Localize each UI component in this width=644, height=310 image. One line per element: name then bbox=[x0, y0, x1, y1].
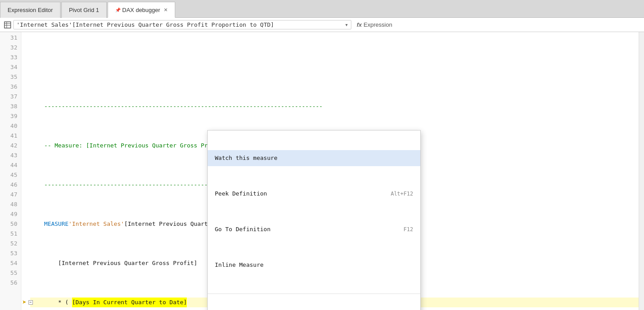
ctx-watch-measure[interactable]: Watch this measure bbox=[208, 150, 420, 166]
svg-rect-0 bbox=[4, 22, 11, 28]
ctx-inline-measure[interactable]: Inline Measure bbox=[208, 257, 420, 273]
measure-dropdown[interactable]: 'Internet Sales'[Internet Previous Quart… bbox=[13, 20, 351, 29]
ctx-go-to-definition[interactable]: Go To Definition F12 bbox=[208, 221, 420, 237]
fx-icon: fx bbox=[357, 21, 362, 28]
ln-35: 35 bbox=[0, 72, 17, 82]
ln-56: 56 bbox=[0, 278, 17, 288]
table-icon bbox=[4, 21, 12, 29]
ctx-go-to-definition-label: Go To Definition bbox=[215, 224, 270, 234]
ctx-watch-measure-label: Watch this measure bbox=[215, 153, 278, 163]
code-line-32: ----------------------------------------… bbox=[30, 102, 639, 111]
ln-39: 39 bbox=[0, 111, 17, 121]
ln-42: 42 bbox=[0, 141, 17, 151]
ln-40: 40 bbox=[0, 121, 17, 131]
ln-49: 49 bbox=[0, 209, 17, 219]
ln-48: 48 bbox=[0, 200, 17, 209]
ln-43: 43 bbox=[0, 151, 17, 160]
measure-dropdown-value: 'Internet Sales'[Internet Previous Quart… bbox=[16, 21, 274, 28]
fold-button-37[interactable]: − bbox=[28, 300, 33, 305]
tab-expression-editor[interactable]: Expression Editor bbox=[0, 2, 60, 18]
pin-icon: 📌 bbox=[115, 8, 121, 12]
ln-55: 55 bbox=[0, 268, 17, 278]
ln-37: 37 bbox=[0, 92, 17, 102]
code-editor[interactable]: ----------------------------------------… bbox=[21, 32, 639, 310]
ln-50: 50 bbox=[0, 219, 17, 229]
editor-area: 31 32 33 34 35 36 37 38 39 40 41 42 43 4… bbox=[0, 32, 644, 310]
tab-pivot-grid-label: Pivot Grid 1 bbox=[69, 7, 99, 13]
ctx-peek-definition-label: Peek Definition bbox=[215, 189, 267, 199]
formula-bar: 'Internet Sales'[Internet Previous Quart… bbox=[0, 18, 644, 32]
ln-54: 54 bbox=[0, 258, 17, 268]
ctx-inline-measure-label: Inline Measure bbox=[215, 260, 264, 270]
tab-pivot-grid[interactable]: Pivot Grid 1 bbox=[61, 2, 107, 18]
tab-dax-debugger[interactable]: 📌 DAX debugger ✕ bbox=[108, 2, 175, 18]
ln-47: 47 bbox=[0, 190, 17, 200]
ln-44: 44 bbox=[0, 160, 17, 170]
ln-41: 41 bbox=[0, 131, 17, 141]
ln-52: 52 bbox=[0, 239, 17, 249]
ln-32: 32 bbox=[0, 43, 17, 53]
code-line-31 bbox=[30, 62, 639, 72]
ln-38: 38 bbox=[0, 102, 17, 111]
ln-33: 33 bbox=[0, 53, 17, 62]
line-numbers: 31 32 33 34 35 36 37 38 39 40 41 42 43 4… bbox=[0, 32, 21, 310]
tab-bar: Expression Editor Pivot Grid 1 📌 DAX deb… bbox=[0, 0, 644, 18]
ln-34: 34 bbox=[0, 62, 17, 72]
expression-label: Expression bbox=[364, 21, 392, 28]
ln-36: 36 bbox=[0, 82, 17, 92]
ln-45: 45 bbox=[0, 170, 17, 180]
ln-51: 51 bbox=[0, 229, 17, 239]
ctx-peek-definition[interactable]: Peek Definition Alt+F12 bbox=[208, 186, 420, 202]
vertical-scrollbar[interactable] bbox=[639, 32, 644, 310]
ln-46: 46 bbox=[0, 180, 17, 190]
ln-53: 53 bbox=[0, 249, 17, 258]
context-menu: Watch this measure Peek Definition Alt+F… bbox=[207, 130, 421, 310]
debug-arrow-icon: ➤ bbox=[22, 298, 27, 307]
dropdown-chevron-icon: ▾ bbox=[345, 21, 348, 28]
ctx-peek-definition-shortcut: Alt+F12 bbox=[390, 189, 413, 199]
ctx-go-to-definition-shortcut: F12 bbox=[403, 224, 413, 234]
tab-dax-debugger-label: DAX debugger bbox=[122, 7, 160, 13]
close-tab-button[interactable]: ✕ bbox=[164, 7, 168, 13]
tab-expression-editor-label: Expression Editor bbox=[8, 7, 53, 13]
ctx-separator-1 bbox=[208, 294, 420, 294]
ln-31: 31 bbox=[0, 33, 17, 43]
